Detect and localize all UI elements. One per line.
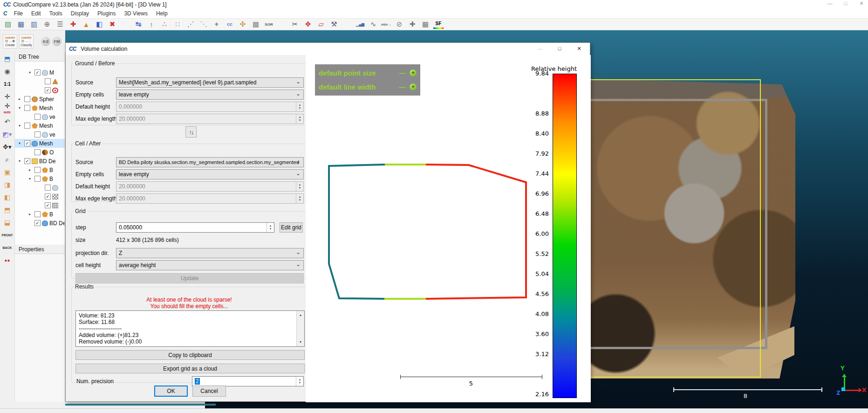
spinner-arrows-icon[interactable]: ▲▼ <box>296 377 303 386</box>
tree-item[interactable]: ▸ B <box>15 210 65 219</box>
ok-button[interactable]: OK <box>154 385 188 397</box>
save-icon[interactable]: ▦ <box>16 20 26 29</box>
open-icon[interactable]: ▨ <box>3 20 13 29</box>
spinner-arrows-icon[interactable]: ▲▼ <box>296 182 303 191</box>
spinner-arrows-icon[interactable]: ▲▼ <box>296 194 303 203</box>
spinner-arrows-icon[interactable]: ▲▼ <box>267 223 274 232</box>
view-back-label-icon[interactable]: BACK <box>1 243 14 252</box>
menu-item[interactable]: Help <box>152 9 172 18</box>
scroll-down-icon[interactable]: ▼ <box>299 339 302 345</box>
separator[interactable] <box>277 20 287 29</box>
dialog-minimize-button[interactable]: — <box>530 43 550 54</box>
expand-arrow-icon[interactable]: ▸ <box>29 212 34 216</box>
visibility-checkbox[interactable] <box>34 211 41 217</box>
maximize-button[interactable]: □ <box>841 0 850 7</box>
report-scrollbar[interactable]: ▲▼ <box>296 311 304 346</box>
menu-item[interactable]: File <box>10 9 27 18</box>
tree-item[interactable]: ▾ ✓ M <box>15 68 65 77</box>
tree-item[interactable]: ✓ BD De <box>15 219 65 227</box>
save-all-icon[interactable]: ▥ <box>29 20 39 29</box>
align-icon[interactable]: ◧ <box>94 20 104 29</box>
segment-scissors-icon[interactable]: ✂ <box>290 20 300 29</box>
tree-item[interactable] <box>15 77 65 86</box>
cc-stats-icon[interactable]: CC <box>225 20 235 29</box>
dialog-maximize-button[interactable]: □ <box>550 43 569 54</box>
gaussian-curve-icon[interactable]: ∿ <box>368 20 378 29</box>
ground-source-combo[interactable]: Mesh[Mesh_asd.my_segmented] (level 9).pa… <box>116 77 304 88</box>
auto-pick-center-icon[interactable]: ✛ auto <box>1 104 14 114</box>
visibility-checkbox[interactable] <box>24 105 30 111</box>
menu-item[interactable]: Edit <box>27 9 45 18</box>
checkerboard-icon[interactable]: ▩ <box>251 20 261 29</box>
screenshot-icon[interactable]: ◉ <box>1 67 14 76</box>
minimize-button[interactable]: — <box>825 0 834 7</box>
tree-item[interactable]: ve <box>15 112 65 121</box>
expand-arrow-icon[interactable]: ▾ <box>29 177 34 181</box>
properties-list-icon[interactable]: ☰ <box>55 20 65 29</box>
visibility-checkbox[interactable] <box>24 96 30 102</box>
expand-arrow-icon[interactable]: ▾ <box>19 124 24 128</box>
grid-step-input[interactable]: 0.050000▲▼ <box>116 222 274 233</box>
visibility-checkbox[interactable]: ✓ <box>45 87 51 93</box>
tree-item[interactable]: ✓ <box>15 201 65 210</box>
view-top-icon[interactable]: ▣ <box>1 167 14 177</box>
separator[interactable] <box>120 20 130 29</box>
merge-icon[interactable]: ✚ <box>68 20 78 29</box>
close-button[interactable]: ✕ <box>857 0 866 7</box>
tree-item[interactable]: ▾ Mesh <box>15 121 65 130</box>
subsample-icon[interactable]: ↑ <box>146 20 157 29</box>
visibility-checkbox[interactable]: ✓ <box>45 193 51 200</box>
zoom-icon[interactable]: ⌕ <box>1 155 14 164</box>
separator[interactable] <box>342 20 352 29</box>
ceil-empty-cells-combo[interactable]: leave empty⌄ <box>116 169 304 179</box>
global-shift-icon[interactable]: ⊕ <box>42 20 52 29</box>
canupo-classify-button[interactable]: CANUPO ⚙→⋮ Classify <box>19 34 34 48</box>
visibility-checkbox[interactable] <box>34 131 41 138</box>
tree-item[interactable]: ▾ Mesh <box>15 103 65 112</box>
copy-to-clipboard-button[interactable]: Copy to clipboard <box>75 350 305 360</box>
view-left-icon[interactable]: ◧ <box>1 193 14 202</box>
results-report[interactable]: Volume: 81.23Surface: 11.68-------------… <box>75 310 305 347</box>
sf-icon[interactable]: SF <box>433 20 444 29</box>
grid-preview-view[interactable]: default point size — + default line widt… <box>306 55 591 402</box>
tree-item[interactable]: ✓ <box>15 86 65 95</box>
cancel-button[interactable]: Cancel <box>192 385 226 397</box>
fm-plugin-icon[interactable]: FM <box>52 37 62 46</box>
tree-item[interactable]: ✓ <box>15 192 65 201</box>
ceil-source-combo[interactable]: BD Delta piloty skuska.section.my_segmen… <box>116 157 304 167</box>
update-button[interactable]: Update <box>75 273 304 283</box>
properties-title[interactable]: Properties <box>15 245 65 254</box>
pan-icon[interactable]: ✥▾ <box>1 142 14 151</box>
view-front-icon[interactable]: ◨ <box>1 180 14 189</box>
menu-item[interactable]: Tools <box>45 9 67 18</box>
sor-filter-icon[interactable]: SOR <box>264 20 274 29</box>
scroll-up-icon[interactable]: ▲ <box>299 312 302 318</box>
visibility-checkbox[interactable] <box>34 114 41 120</box>
tree-item[interactable]: ▸ Spher <box>15 95 65 103</box>
projection-dir-combo[interactable]: Z⌄ <box>116 248 304 258</box>
visibility-checkbox[interactable] <box>34 176 41 182</box>
histogram-icon[interactable]: ▁▄▆ <box>355 20 365 29</box>
cell-height-combo[interactable]: average height⌄ <box>116 260 304 270</box>
visibility-checkbox[interactable]: ✓ <box>45 202 51 208</box>
register-icon[interactable]: ↹ <box>133 20 144 29</box>
crop-icon[interactable]: ▱ <box>316 20 326 29</box>
menu-item[interactable]: Plugins <box>93 9 120 18</box>
visibility-checkbox[interactable] <box>45 78 51 84</box>
spinner-arrows-icon[interactable]: ▲▼ <box>296 114 303 124</box>
cloud-cloud-dist-icon[interactable]: ⋰ <box>185 20 196 29</box>
ground-empty-cells-combo[interactable]: leave empty⌄ <box>116 89 304 100</box>
menu-item[interactable]: Display <box>67 9 93 18</box>
stereo-dots-icon[interactable]: ●● <box>1 255 14 265</box>
expand-arrow-icon[interactable]: ▸ <box>29 168 34 172</box>
visibility-checkbox[interactable] <box>34 149 41 155</box>
view-bottom-icon[interactable]: ⬓ <box>1 218 14 227</box>
visibility-checkbox[interactable]: ✓ <box>34 69 41 76</box>
expand-arrow-icon[interactable]: ▸ <box>19 97 24 101</box>
visibility-checkbox[interactable]: ✓ <box>34 220 41 226</box>
visibility-checkbox[interactable] <box>34 167 41 173</box>
tree-item[interactable]: ve <box>15 130 65 139</box>
num-precision-input[interactable]: 2 ▲▼ <box>192 376 304 386</box>
dialog-close-button[interactable]: ✕ <box>569 43 589 54</box>
delete-icon[interactable]: ✖ <box>107 20 117 29</box>
